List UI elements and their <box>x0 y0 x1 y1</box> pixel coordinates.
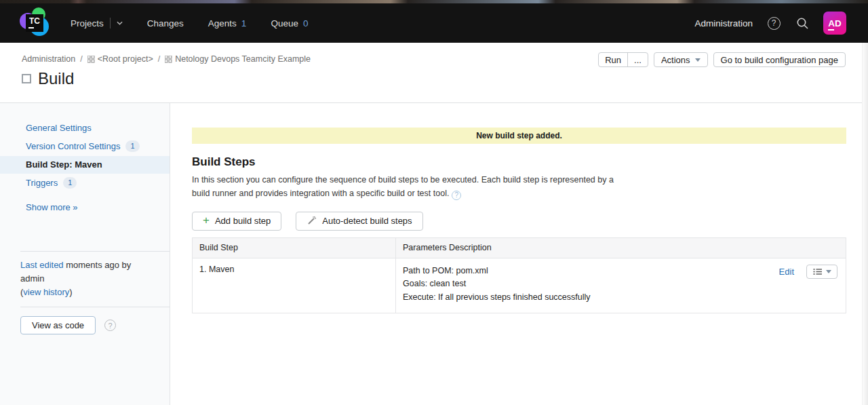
count-badge: 1 <box>125 140 139 152</box>
sidebar-item-label: Version Control Settings <box>26 141 120 151</box>
last-edited-block: Last edited moments ago by admin (view h… <box>0 252 170 307</box>
show-more-label: Show more » <box>26 202 78 212</box>
parameters-cell: Path to POM: pom.xml Goals: clean test E… <box>403 265 839 305</box>
breadcrumb-administration-label: Administration <box>22 54 75 64</box>
breadcrumb-root-project[interactable]: <Root project> <box>87 54 153 64</box>
help-icon: ? <box>768 17 781 30</box>
add-build-step-button[interactable]: + Add build step <box>192 212 281 231</box>
sidebar-item-build-step-maven[interactable]: Build Step: Maven <box>0 156 170 174</box>
agents-count: 1 <box>241 18 247 28</box>
column-build-step: Build Step <box>193 237 396 258</box>
settings-sidebar: General Settings Version Control Setting… <box>0 103 170 405</box>
project-grid-icon <box>87 56 95 63</box>
nav-separator <box>110 18 111 28</box>
param-goals: Goals: clean test <box>403 277 591 291</box>
row-actions: Edit <box>779 265 839 279</box>
view-history-link[interactable]: view history <box>23 287 69 297</box>
breadcrumb-separator: / <box>158 54 160 64</box>
paren: ) <box>69 287 72 297</box>
chevron-down-icon <box>826 270 831 273</box>
breadcrumb-project-label: Netology Devops Teamcity Example <box>175 54 311 64</box>
list-menu-icon <box>813 268 823 275</box>
parameters-list: Path to POM: pom.xml Goals: clean test E… <box>403 265 591 305</box>
sidebar-item-general-settings[interactable]: General Settings <box>0 119 170 137</box>
page-header: Administration / <Root project> / Netolo… <box>0 43 868 103</box>
success-banner: New build step added. <box>192 128 846 144</box>
breadcrumb-project[interactable]: Netology Devops Teamcity Example <box>165 54 311 64</box>
nav-item-queue[interactable]: Queue 0 <box>271 18 308 28</box>
table-row: 1. Maven Path to POM: pom.xml Goals: cle… <box>193 258 846 313</box>
help-icon[interactable]: ? <box>452 191 461 200</box>
page-title: Build <box>22 69 846 88</box>
param-path-to-pom: Path to POM: pom.xml <box>403 265 591 278</box>
nav-projects-label: Projects <box>71 18 104 28</box>
column-parameters-description: Parameters Description <box>396 237 846 258</box>
run-options-button[interactable]: ... <box>627 53 648 66</box>
sidebar-item-triggers[interactable]: Triggers 1 <box>0 174 170 193</box>
nav-agents-label: Agents <box>208 18 237 28</box>
edit-link[interactable]: Edit <box>779 267 794 277</box>
sidebar-item-label: General Settings <box>26 123 92 133</box>
count-badge: 1 <box>63 177 77 189</box>
step-menu-button[interactable] <box>806 265 837 279</box>
scrollbar-track[interactable] <box>862 43 868 405</box>
chevron-down-icon <box>117 21 123 25</box>
help-icon[interactable]: ? <box>104 320 116 331</box>
nav-item-changes[interactable]: Changes <box>147 18 184 28</box>
breadcrumb-separator: / <box>80 54 82 64</box>
user-avatar[interactable]: AD <box>823 12 846 35</box>
sidebar-item-label: Triggers <box>26 178 58 188</box>
search-icon <box>796 17 809 30</box>
auto-detect-build-steps-button[interactable]: Auto-detect build steps <box>296 212 422 231</box>
magic-wand-icon <box>307 216 317 226</box>
sidebar-item-version-control-settings[interactable]: Version Control Settings 1 <box>0 137 170 156</box>
actions-button[interactable]: Actions <box>654 52 708 67</box>
add-build-step-label: Add build step <box>215 216 271 226</box>
nav-queue-label: Queue <box>271 18 298 28</box>
run-button[interactable]: Run <box>599 53 627 66</box>
sidebar-item-label: Build Step: Maven <box>26 159 102 170</box>
plus-icon: + <box>203 214 210 226</box>
breadcrumb-administration[interactable]: Administration <box>22 54 75 64</box>
body: General Settings Version Control Setting… <box>0 103 868 405</box>
teamcity-logo-icon: TC <box>19 7 52 39</box>
last-edited-link[interactable]: Last edited <box>20 260 64 270</box>
page-title-text: Build <box>38 69 74 88</box>
param-execute: Execute: If all previous steps finished … <box>403 291 591 305</box>
header-buttons: Run ... Actions Go to build configuratio… <box>598 52 846 67</box>
nav-item-projects[interactable]: Projects <box>71 18 123 28</box>
table-header-row: Build Step Parameters Description <box>193 237 846 258</box>
svg-text:TC: TC <box>29 16 40 26</box>
nav-item-agents[interactable]: Agents 1 <box>208 18 247 28</box>
actions-button-label: Actions <box>661 55 690 65</box>
help-button[interactable]: ? <box>766 16 781 31</box>
top-navbar: TC Projects Changes Agents 1 Queue 0 Adm… <box>0 3 868 43</box>
nav-changes-label: Changes <box>147 18 184 28</box>
project-grid-icon <box>165 56 172 63</box>
section-description-text: In this section you can configure the se… <box>192 175 614 198</box>
build-steps-table: Build Step Parameters Description 1. Mav… <box>192 237 846 314</box>
section-description: In this section you can configure the se… <box>192 173 619 201</box>
search-button[interactable] <box>795 16 810 31</box>
view-as-code-row: View as code ? <box>0 307 170 334</box>
build-config-icon <box>22 74 31 83</box>
nav-right: Administration ? AD <box>694 12 846 35</box>
queue-count: 0 <box>303 18 309 28</box>
view-as-code-button[interactable]: View as code <box>20 316 96 334</box>
build-step-actions: + Add build step Auto-detect build steps <box>192 212 846 231</box>
nav-items: Projects Changes Agents 1 Queue 0 <box>71 18 332 28</box>
auto-detect-label: Auto-detect build steps <box>322 216 412 226</box>
goto-build-config-button[interactable]: Go to build configuration page <box>713 52 846 67</box>
sidebar-show-more-link[interactable]: Show more » <box>0 199 170 216</box>
teamcity-logo[interactable]: TC <box>19 7 52 39</box>
goto-build-config-label: Go to build configuration page <box>721 55 838 65</box>
section-title: Build Steps <box>192 155 846 169</box>
nav-item-administration[interactable]: Administration <box>694 18 753 28</box>
chevron-down-icon <box>695 58 701 62</box>
build-step-cell: 1. Maven <box>193 258 396 313</box>
run-button-group: Run ... <box>598 52 648 67</box>
breadcrumb-root-project-label: <Root project> <box>98 54 153 64</box>
main-content: New build step added. Build Steps In thi… <box>170 103 868 405</box>
